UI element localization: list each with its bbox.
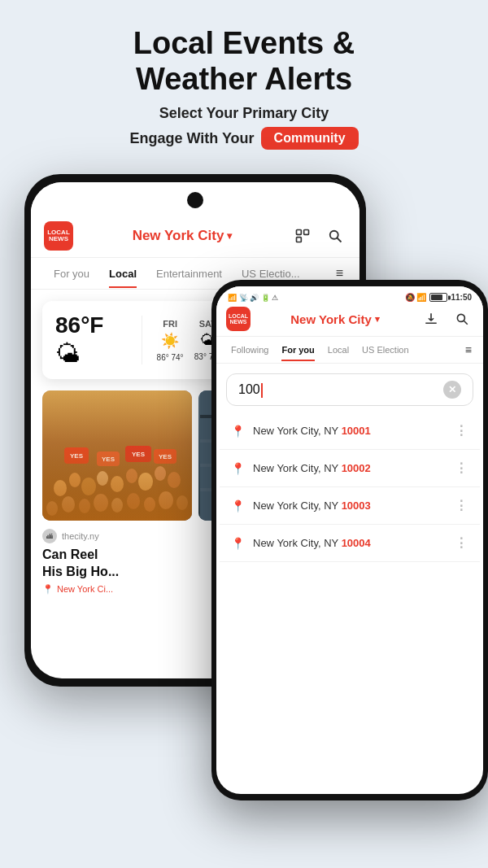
pin-icon-4: 📍 [231, 537, 245, 550]
pin-icon-1: 📍 [231, 425, 245, 438]
search-box[interactable]: 100 ✕ [226, 373, 473, 406]
city-name-back: New York City [133, 228, 224, 244]
location-pin-icon: 📍 [42, 584, 54, 595]
zip-1: 10001 [342, 425, 371, 437]
status-time: 11:50 [451, 293, 472, 302]
location-list: 📍 New York City, NY 10001 ⋮ 📍 New York C… [216, 412, 483, 562]
svg-line-49 [464, 321, 468, 325]
location-more-icon-4[interactable]: ⋮ [455, 535, 468, 551]
status-left: 📶 📡 🔊 🔋 ⚠ [228, 294, 278, 302]
location-item-4[interactable]: 📍 New York City, NY 10004 ⋮ [220, 525, 480, 562]
phones-container: LOCALNEWS New York City ▾ For you [0, 174, 488, 792]
chevron-down-icon-front: ▾ [375, 314, 380, 325]
header-section: Local Events & Weather Alerts Select You… [0, 0, 488, 166]
forecast-fri-icon: ☀️ [161, 332, 179, 350]
tab-for-you[interactable]: For you [44, 260, 99, 288]
search-clear-button[interactable]: ✕ [443, 381, 461, 399]
weather-current: 86°F 🌤 [55, 312, 129, 368]
svg-rect-1 [304, 230, 309, 235]
forecast-fri-temps: 86° 74° [157, 353, 184, 362]
header-title: Local Events & Weather Alerts [33, 26, 455, 97]
app-bar-icons-back [291, 225, 346, 247]
tab-following[interactable]: Following [224, 338, 275, 361]
signal-right-icons: 🔕 📶 [405, 293, 427, 302]
pin-icon-3: 📍 [231, 499, 245, 513]
battery-fill [431, 294, 442, 300]
app-bar-icons-front [420, 308, 473, 330]
zip-4: 10004 [342, 537, 371, 549]
news-location-text: New York Ci... [57, 584, 113, 594]
nav-tabs-front: Following For you Local US Election ≡ [216, 337, 483, 364]
chevron-down-icon-back: ▾ [227, 230, 232, 242]
source-icon: 🏙 [42, 529, 57, 543]
svg-point-48 [457, 315, 464, 322]
svg-point-3 [330, 231, 338, 239]
source-name: thecity.ny [62, 531, 99, 541]
battery-icon [429, 293, 447, 302]
search-icon-front[interactable] [451, 308, 473, 330]
phone-front: 📶 📡 🔊 🔋 ⚠ 🔕 📶 11:50 LOCALNEWS New York C… [211, 280, 488, 800]
status-right: 🔕 📶 11:50 [405, 293, 472, 302]
location-item-3[interactable]: 📍 New York City, NY 10003 ⋮ [220, 487, 480, 525]
phone-front-screen: 📶 📡 🔊 🔋 ⚠ 🔕 📶 11:50 LOCALNEWS New York C… [216, 286, 483, 794]
location-more-icon-2[interactable]: ⋮ [455, 460, 468, 476]
location-text-3: New York City, NY 10003 [253, 499, 455, 512]
location-more-icon-1[interactable]: ⋮ [455, 423, 468, 438]
weather-divider [142, 316, 142, 364]
zip-3: 10003 [342, 499, 371, 512]
news-card-1[interactable]: YES YES YES YES [42, 390, 192, 521]
forecast-fri: FRI ☀️ 86° 74° [157, 319, 184, 362]
header-subtitle: Select Your Primary City [33, 105, 455, 122]
location-text-4: New York City, NY 10004 [253, 537, 455, 549]
location-text-1: New York City, NY 10001 [253, 425, 455, 437]
svg-rect-0 [297, 230, 302, 235]
location-item-1[interactable]: 📍 New York City, NY 10001 ⋮ [220, 412, 480, 450]
tab-entertainment[interactable]: Entertainment [146, 260, 232, 288]
status-bar-front: 📶 📡 🔊 🔋 ⚠ 🔕 📶 11:50 [216, 286, 483, 302]
current-weather-icon: 🌤 [55, 340, 80, 368]
text-cursor [261, 383, 263, 398]
header-community-row: Engage With Your Community [33, 127, 455, 150]
location-more-icon-3[interactable]: ⋮ [455, 498, 468, 513]
tab-us-election-front[interactable]: US Election [355, 338, 415, 361]
svg-rect-2 [297, 238, 302, 242]
tab-for-you-front[interactable]: For you [275, 338, 320, 361]
zip-2: 10002 [342, 462, 371, 474]
tab-local[interactable]: Local [99, 260, 146, 288]
city-selector-front[interactable]: New York City ▾ [251, 312, 420, 326]
more-tabs-icon-front[interactable]: ≡ [462, 337, 475, 363]
engage-prefix: Engage With Your [129, 130, 254, 147]
app-bar-front: LOCALNEWS New York City ▾ [216, 302, 483, 337]
forecast-fri-label: FRI [163, 319, 177, 329]
city-name-front: New York City [290, 312, 371, 326]
signal-icons: 📶 📡 🔊 🔋 ⚠ [228, 294, 278, 302]
tab-local-front[interactable]: Local [321, 338, 355, 361]
phone-back-notch [187, 192, 203, 208]
search-input[interactable]: 100 [238, 382, 437, 398]
city-selector-back[interactable]: New York City ▾ [73, 228, 291, 244]
search-icon-back[interactable] [324, 225, 346, 247]
community-badge: Community [261, 127, 359, 150]
share-icon[interactable] [291, 225, 314, 247]
app-logo-front: LOCALNEWS [226, 307, 251, 331]
app-logo-back: LOCALNEWS [44, 221, 73, 251]
download-icon[interactable] [420, 308, 442, 330]
svg-line-4 [338, 238, 342, 242]
location-text-2: New York City, NY 10002 [253, 462, 455, 474]
current-temp: 86°F [55, 312, 103, 338]
location-item-2[interactable]: 📍 New York City, NY 10002 ⋮ [220, 450, 480, 487]
pin-icon-2: 📍 [231, 462, 245, 475]
